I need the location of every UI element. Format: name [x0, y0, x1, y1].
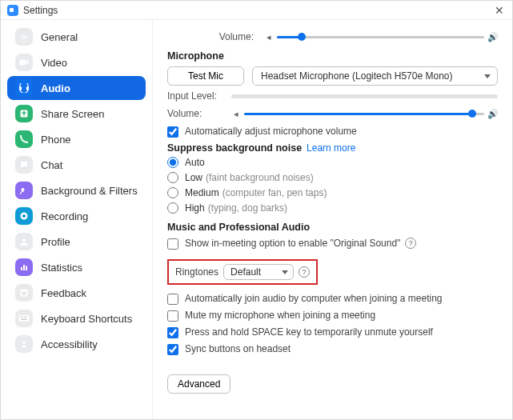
test-mic-button[interactable]: Test Mic: [167, 66, 244, 86]
music-heading: Music and Professional Audio: [167, 222, 498, 233]
svg-rect-11: [26, 266, 27, 271]
input-level-meter: [231, 94, 498, 98]
mic-volume-label: Volume:: [167, 108, 230, 119]
sidebar-item-label: Background & Filters: [41, 185, 138, 197]
sidebar-item-general[interactable]: General: [7, 25, 146, 49]
suppress-radio-high[interactable]: [167, 202, 178, 214]
sidebar-item-keyboard-shortcuts[interactable]: Keyboard Shortcuts: [7, 306, 146, 330]
suppress-radio-hint: (typing, dog barks): [208, 202, 287, 214]
sidebar-item-label: Feedback: [41, 287, 86, 299]
svg-point-0: [22, 35, 26, 38]
sidebar-item-accessibility[interactable]: Accessibility: [7, 332, 146, 356]
sidebar-item-label: General: [41, 31, 78, 43]
svg-point-8: [22, 238, 26, 242]
suppress-radio-label: High: [185, 202, 205, 214]
mic-min-icon: ◂: [230, 109, 241, 119]
feedback-icon: [15, 284, 33, 302]
sidebar-item-profile[interactable]: Profile: [7, 230, 146, 254]
suppress-radio-low[interactable]: [167, 172, 178, 183]
sidebar: GeneralVideoAudioShare ScreenPhoneChatBa…: [1, 20, 153, 419]
sidebar-item-label: Share Screen: [41, 108, 105, 120]
window-title: Settings: [23, 5, 493, 16]
sidebar-item-label: Keyboard Shortcuts: [41, 313, 132, 325]
video-icon: [15, 54, 33, 71]
ringtones-label: Ringtones: [175, 266, 218, 278]
sidebar-item-label: Video: [41, 57, 67, 69]
svg-rect-19: [26, 317, 28, 318]
suppress-radio-auto[interactable]: [167, 157, 178, 168]
suppress-radio-label: Auto: [185, 157, 205, 168]
sidebar-item-background-filters[interactable]: Background & Filters: [7, 178, 146, 202]
speaker-volume-slider[interactable]: [277, 30, 484, 44]
advanced-button[interactable]: Advanced: [167, 374, 230, 394]
help-icon[interactable]: ?: [405, 238, 416, 249]
sidebar-item-label: Phone: [41, 134, 71, 146]
accessibility-icon: [15, 335, 33, 353]
suppress-radio-hint: (faint background noises): [206, 172, 314, 183]
suppress-learn-more-link[interactable]: Learn more: [307, 142, 355, 154]
svg-rect-1: [20, 60, 26, 66]
sidebar-item-phone[interactable]: Phone: [7, 127, 146, 151]
svg-rect-10: [23, 265, 25, 270]
close-icon[interactable]: ✕: [493, 4, 506, 17]
option-label: Automatically join audio by computer whe…: [185, 293, 443, 304]
profile-icon: [15, 233, 33, 250]
headphones-icon: [15, 79, 33, 97]
speaker-max-icon: 🔊: [487, 32, 498, 42]
suppress-heading: Suppress background noise: [167, 142, 302, 154]
stats-icon: [15, 258, 33, 276]
auto-adjust-checkbox[interactable]: [167, 126, 178, 138]
original-sound-checkbox[interactable]: [167, 238, 178, 250]
speaker-volume-label: Volume:: [167, 31, 263, 42]
svg-rect-20: [22, 319, 27, 321]
option-checkbox-0[interactable]: [167, 294, 178, 305]
original-sound-label: Show in-meeting option to enable "Origin…: [185, 238, 400, 249]
mic-max-icon: 🔊: [487, 109, 498, 119]
chat-icon: [15, 156, 33, 174]
option-checkbox-2[interactable]: [167, 327, 178, 338]
sidebar-item-audio[interactable]: Audio: [7, 76, 146, 100]
mic-device-select[interactable]: Headset Microphone (Logitech H570e Mono): [252, 66, 498, 86]
app-icon: [7, 5, 18, 16]
sidebar-item-label: Profile: [41, 236, 70, 248]
gear-icon: [15, 28, 33, 46]
svg-rect-18: [24, 317, 26, 318]
sidebar-item-label: Chat: [41, 159, 62, 171]
option-label: Press and hold SPACE key to temporarily …: [185, 326, 433, 338]
sidebar-item-share-screen[interactable]: Share Screen: [7, 102, 146, 126]
speaker-min-icon: ◂: [263, 32, 274, 42]
sidebar-item-feedback[interactable]: Feedback: [7, 281, 146, 305]
svg-point-7: [22, 214, 26, 218]
option-checkbox-3[interactable]: [167, 344, 178, 355]
microphone-heading: Microphone: [167, 50, 498, 62]
option-checkbox-1[interactable]: [167, 310, 178, 322]
record-icon: [15, 207, 33, 225]
mic-volume-slider[interactable]: [244, 106, 484, 121]
sidebar-item-video[interactable]: Video: [7, 50, 146, 74]
sidebar-item-label: Accessibility: [41, 338, 98, 350]
svg-rect-12: [21, 290, 28, 297]
suppress-radio-label: Medium: [185, 187, 219, 198]
ringtones-value: Default: [230, 266, 261, 278]
svg-point-13: [22, 292, 24, 294]
help-icon[interactable]: ?: [299, 266, 310, 278]
option-label: Mute my microphone when joining a meetin…: [185, 310, 375, 321]
ringtones-highlight-box: Ringtones Default ?: [167, 259, 318, 285]
share-screen-icon: [15, 105, 33, 122]
svg-rect-15: [19, 315, 30, 322]
svg-point-21: [22, 341, 26, 344]
option-label: Sync buttons on headset: [185, 343, 291, 354]
suppress-radio-hint: (computer fan, pen taps): [222, 187, 327, 198]
sidebar-item-recording[interactable]: Recording: [7, 204, 146, 228]
suppress-radio-medium[interactable]: [167, 187, 178, 198]
sidebar-item-chat[interactable]: Chat: [7, 153, 146, 177]
sidebar-item-statistics[interactable]: Statistics: [7, 255, 146, 279]
mic-device-value: Headset Microphone (Logitech H570e Mono): [261, 70, 452, 82]
svg-rect-9: [21, 267, 22, 270]
keyboard-icon: [15, 310, 33, 327]
svg-point-5: [22, 188, 25, 191]
svg-rect-17: [22, 317, 24, 318]
sidebar-item-label: Recording: [41, 210, 88, 222]
ringtones-select[interactable]: Default: [223, 264, 294, 280]
sidebar-item-label: Statistics: [41, 262, 82, 274]
